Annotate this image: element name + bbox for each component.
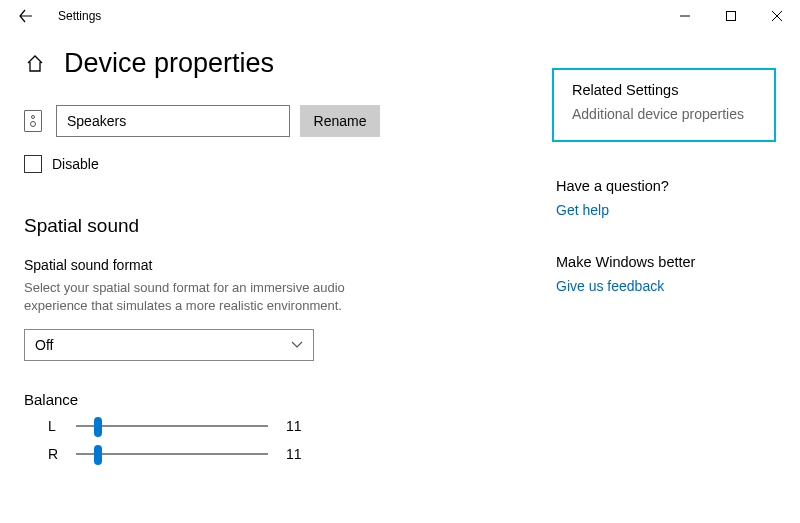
svg-point-4 (31, 122, 36, 127)
slider-thumb (94, 445, 102, 465)
back-arrow-icon (19, 9, 33, 23)
disable-row: Disable (24, 155, 534, 173)
side-panel: Related Settings Additional device prope… (534, 48, 776, 464)
device-name-row: Rename (24, 105, 534, 137)
disable-label: Disable (52, 156, 99, 172)
spatial-format-description: Select your spatial sound format for an … (24, 279, 404, 315)
close-button[interactable] (754, 0, 800, 32)
window-title: Settings (58, 9, 101, 23)
maximize-button[interactable] (708, 0, 754, 32)
question-title: Have a question? (556, 178, 776, 194)
get-help-link[interactable]: Get help (556, 202, 776, 218)
maximize-icon (726, 11, 736, 21)
balance-left-slider[interactable] (76, 416, 268, 436)
svg-point-3 (32, 116, 35, 119)
rename-button[interactable]: Rename (300, 105, 380, 137)
speaker-icon (24, 110, 42, 132)
titlebar: Settings (0, 0, 800, 32)
additional-properties-link[interactable]: Additional device properties (572, 106, 756, 122)
help-group: Have a question? Get help (552, 178, 776, 218)
back-button[interactable] (12, 2, 40, 30)
balance-right-slider[interactable] (76, 444, 268, 464)
page-header: Device properties (24, 48, 534, 79)
feedback-title: Make Windows better (556, 254, 776, 270)
balance-right-row: R 11 (48, 444, 534, 464)
slider-track (76, 453, 268, 455)
related-settings-box: Related Settings Additional device prope… (552, 68, 776, 142)
svg-rect-1 (727, 12, 736, 21)
close-icon (772, 11, 782, 21)
feedback-group: Make Windows better Give us feedback (552, 254, 776, 294)
spatial-sound-heading: Spatial sound (24, 215, 534, 237)
related-settings-title: Related Settings (572, 82, 756, 98)
balance-heading: Balance (24, 391, 534, 408)
content-area: Device properties Rename Disable Spatial… (0, 32, 800, 488)
balance-left-value: 11 (286, 418, 302, 434)
balance-right-label: R (48, 446, 66, 462)
minimize-icon (680, 11, 690, 21)
device-name-input[interactable] (56, 105, 290, 137)
disable-checkbox[interactable] (24, 155, 42, 173)
balance-right-value: 11 (286, 446, 302, 462)
minimize-button[interactable] (662, 0, 708, 32)
balance-left-row: L 11 (48, 416, 534, 436)
home-icon[interactable] (24, 53, 46, 75)
slider-track (76, 425, 268, 427)
window-controls (662, 0, 800, 32)
page-title: Device properties (64, 48, 274, 79)
feedback-link[interactable]: Give us feedback (556, 278, 776, 294)
spatial-format-selected: Off (35, 337, 53, 353)
spatial-format-select[interactable]: Off (24, 329, 314, 361)
chevron-down-icon (291, 339, 303, 351)
balance-left-label: L (48, 418, 66, 434)
main-panel: Device properties Rename Disable Spatial… (24, 48, 534, 464)
slider-thumb (94, 417, 102, 437)
spatial-format-label: Spatial sound format (24, 257, 534, 273)
